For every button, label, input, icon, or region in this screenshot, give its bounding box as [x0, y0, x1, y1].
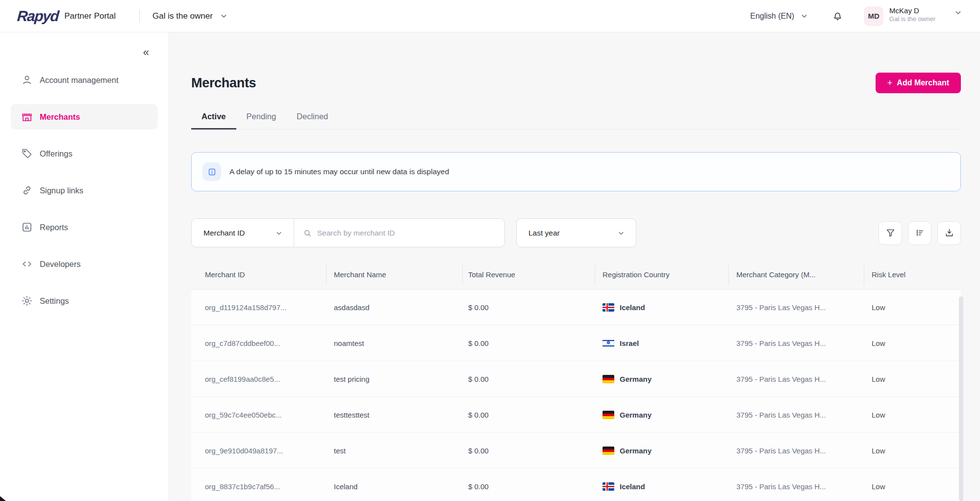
rapyd-logo: Rapyd: [17, 8, 59, 25]
country-name: Iceland: [620, 303, 645, 312]
country-flag-icon: [603, 375, 614, 383]
cell-risk-level: Low: [864, 375, 961, 383]
sidebar-item[interactable]: Merchants: [11, 104, 158, 130]
avatar: MD: [864, 6, 883, 26]
sort-icon: [915, 228, 925, 238]
column-header: Registration Country: [595, 260, 729, 289]
cell-merchant-id: org_d119124a158d797...: [191, 303, 326, 312]
merchant-status-tabs: Active Pending Declined: [191, 112, 961, 130]
cell-risk-level: Low: [864, 482, 961, 491]
cell-registration-country: Iceland: [595, 303, 729, 312]
cell-merchant-id: org_59c7c4ee050ebc...: [191, 411, 326, 419]
table-row[interactable]: org_8837c1b9c7af56... Iceland $ 0.00 Ice…: [191, 469, 961, 501]
sidebar-item-icon: [21, 148, 33, 159]
sidebar-item-label: Settings: [40, 296, 69, 306]
funnel-icon: [885, 228, 896, 238]
chevron-down-icon: [275, 229, 283, 237]
date-range-selector[interactable]: Last year: [516, 218, 636, 247]
cell-registration-country: Iceland: [595, 482, 729, 491]
sort-button[interactable]: [908, 221, 931, 245]
country-flag-icon: [603, 303, 614, 312]
sidebar-item[interactable]: Signup links: [11, 178, 158, 203]
page-title: Merchants: [191, 76, 256, 91]
sidebar-item[interactable]: Offerings: [11, 141, 158, 166]
cell-merchant-name: test pricing: [326, 375, 462, 383]
plus-icon: +: [887, 78, 893, 88]
cell-registration-country: Germany: [595, 411, 729, 419]
info-banner-text: A delay of up to 15 minutes may occur un…: [229, 167, 449, 176]
cell-merchant-id: org_cef8199aa0c8e5...: [191, 375, 326, 383]
tab[interactable]: Declined: [286, 112, 338, 130]
cell-total-revenue: $ 0.00: [462, 482, 595, 491]
user-menu[interactable]: MD McKay D Gal is the owner: [864, 6, 962, 26]
cell-merchant-category: 3795 - Paris Las Vegas H...: [729, 447, 864, 455]
chevron-down-icon: [220, 12, 228, 20]
main-content: Merchants + Add Merchant Active Pending …: [169, 32, 980, 501]
topbar-divider: [139, 10, 140, 23]
cell-total-revenue: $ 0.00: [462, 411, 595, 419]
sidebar-item-icon: [21, 185, 33, 196]
bell-icon: [832, 10, 843, 22]
cell-merchant-name: noamtest: [326, 339, 462, 347]
sidebar-item[interactable]: Reports: [11, 214, 158, 240]
cell-registration-country: Israel: [595, 339, 729, 347]
country-flag-icon: [603, 339, 614, 347]
search-field-selector[interactable]: Merchant ID: [192, 219, 294, 247]
info-icon: [207, 167, 217, 177]
search-input[interactable]: [317, 229, 496, 237]
tab[interactable]: Pending: [236, 112, 287, 130]
info-icon-wrap: [202, 162, 221, 181]
sidebar-item-icon: [21, 74, 33, 86]
cell-merchant-name: asdasdasd: [326, 303, 462, 312]
filter-button[interactable]: [879, 221, 902, 245]
table-header-row: Merchant ID Merchant Name Total Revenue …: [191, 260, 961, 290]
country-flag-icon: [603, 411, 614, 419]
tab-label: Active: [201, 112, 226, 121]
download-icon: [944, 228, 955, 238]
sidebar-item[interactable]: Account management: [11, 67, 158, 93]
table-row[interactable]: org_cef8199aa0c8e5... test pricing $ 0.0…: [191, 361, 961, 397]
sidebar-item-icon: [21, 111, 33, 123]
column-header: Total Revenue: [462, 260, 595, 289]
sidebar-item-label: Developers: [40, 260, 80, 269]
notifications-button[interactable]: [832, 10, 843, 22]
date-range-label: Last year: [528, 229, 560, 237]
tab-label: Declined: [297, 112, 328, 121]
language-selector[interactable]: English (EN): [750, 12, 808, 21]
table-row[interactable]: org_59c7c4ee050ebc... testtesttest $ 0.0…: [191, 397, 961, 433]
user-role: Gal is the owner: [889, 15, 935, 23]
sidebar-item-label: Account management: [40, 76, 119, 85]
table-row[interactable]: org_c7d87cddbeef00... noamtest $ 0.00 Is…: [191, 325, 961, 361]
cell-merchant-category: 3795 - Paris Las Vegas H...: [729, 482, 864, 491]
sidebar-item[interactable]: Settings: [11, 288, 158, 314]
column-header: Risk Level: [864, 260, 961, 289]
sidebar-item-label: Signup links: [40, 186, 83, 195]
cell-merchant-name: test: [326, 447, 462, 455]
tab-label: Pending: [247, 112, 276, 121]
sidebar-item[interactable]: Developers: [11, 251, 158, 277]
table-scrollbar[interactable]: [959, 296, 963, 501]
cell-merchant-category: 3795 - Paris Las Vegas H...: [729, 411, 864, 419]
sidebar-collapse-button[interactable]: «: [143, 47, 149, 58]
add-merchant-label: Add Merchant: [897, 79, 949, 87]
cell-registration-country: Germany: [595, 375, 729, 383]
chevron-down-icon: [800, 12, 808, 20]
download-button[interactable]: [937, 221, 961, 245]
sidebar-item-icon: [21, 221, 33, 233]
chevron-down-icon: [954, 8, 962, 17]
table-row[interactable]: org_9e910d049a8197... test $ 0.00 German…: [191, 433, 961, 469]
tab[interactable]: Active: [191, 112, 236, 130]
add-merchant-button[interactable]: + Add Merchant: [876, 73, 961, 93]
info-banner: A delay of up to 15 minutes may occur un…: [191, 152, 961, 191]
table-body: org_d119124a158d797... asdasdasd $ 0.00 …: [191, 290, 961, 501]
country-name: Israel: [620, 339, 639, 347]
country-name: Germany: [620, 447, 652, 455]
org-selector-dropdown[interactable]: Gal is the owner: [152, 11, 228, 21]
country-flag-icon: [603, 447, 614, 455]
sidebar-item-label: Offerings: [40, 149, 73, 158]
cell-total-revenue: $ 0.00: [462, 339, 595, 347]
top-bar: Rapyd Partner Portal Gal is the owner En…: [0, 0, 980, 32]
cell-merchant-id: org_9e910d049a8197...: [191, 447, 326, 455]
table-row[interactable]: org_d119124a158d797... asdasdasd $ 0.00 …: [191, 290, 961, 325]
country-name: Germany: [620, 375, 652, 383]
